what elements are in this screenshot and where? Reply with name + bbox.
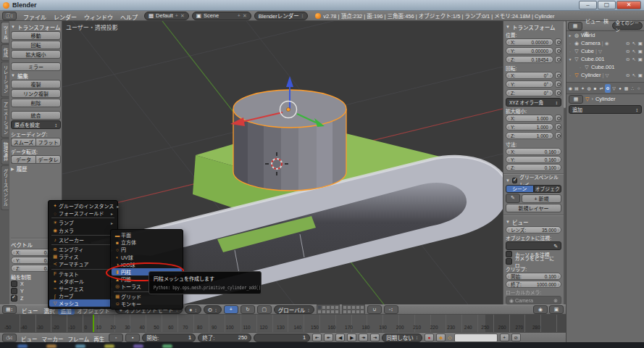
rotation-field[interactable]: Y:0° <box>506 80 553 88</box>
scale-field[interactable]: X:1.000 <box>506 115 553 122</box>
editor-type-timeline-button[interactable]: ◷↕ <box>2 334 17 342</box>
mesh-menu-item[interactable]: ▬ 平面 <box>112 231 182 239</box>
snap-element-dropdown[interactable]: ▫↕ <box>384 305 398 314</box>
scale-field[interactable]: Y:1.000 <box>506 123 553 130</box>
disclosure-icon[interactable]: · <box>578 65 582 70</box>
lock-icon[interactable] <box>555 80 561 88</box>
tool-shelf-tab[interactable]: アニメーション <box>1 98 9 138</box>
location-field[interactable]: X:0.00000 <box>506 38 553 46</box>
view3d-menu-item[interactable]: 追加 <box>58 308 75 315</box>
close-button[interactable]: ✕ <box>616 1 641 9</box>
insert-keyframe-button[interactable]: + <box>500 334 509 341</box>
view3d-menu-item[interactable]: ビュー <box>19 308 41 315</box>
properties-tab[interactable]: ▽ <box>611 84 617 93</box>
mesh-menu-item[interactable]: ○ 円 <box>112 246 182 253</box>
manipulator-rotate-button[interactable]: ↻ <box>241 305 255 314</box>
timeline-range-toggle[interactable]: ▫ <box>109 334 123 342</box>
taskbar-icon[interactable] <box>17 344 28 348</box>
panel-header-transform[interactable]: ▼トランスフォーム <box>11 23 61 30</box>
lock-icon[interactable] <box>555 72 561 79</box>
delete-layout-icon[interactable]: ✕ <box>180 13 185 19</box>
editor-type-view3d-button[interactable]: ▦↕ <box>2 305 17 314</box>
mirror-button[interactable]: ミラー <box>11 62 61 71</box>
renderable-icon[interactable]: ▣ <box>638 72 643 78</box>
editor-type-outliner-button[interactable]: ▦ <box>568 22 582 30</box>
properties-tab[interactable]: ⇄ <box>598 84 605 93</box>
disclosure-icon[interactable]: · <box>568 41 572 46</box>
add-menu-item[interactable]: ▽ メッシュ ▸ <box>49 299 117 307</box>
outliner-row[interactable]: · ▽ Cube | ▽ ⊙ ↖ ▣ <box>566 47 644 55</box>
dimension-field[interactable]: X:0.160 <box>506 148 561 155</box>
topbar-menu-item[interactable]: ヘルプ <box>117 14 141 21</box>
delete-keyframe-button[interactable]: ⊘ <box>511 334 521 341</box>
minimize-button[interactable]: – <box>579 1 597 9</box>
taskbar-icon[interactable] <box>133 344 143 348</box>
add-modifier-dropdown[interactable]: 追加↕ <box>569 105 642 114</box>
renderable-icon[interactable]: ▣ <box>638 57 643 62</box>
add-layout-icon[interactable]: + <box>175 13 178 18</box>
rotation-field[interactable]: Z:0° <box>506 89 553 96</box>
transform-tool-button[interactable]: 拡大縮小 <box>11 50 61 59</box>
topbar-menu-item[interactable]: ファイル <box>20 14 50 21</box>
play-button[interactable]: ▶ <box>347 334 356 341</box>
add-menu-item[interactable]: ≈ サーフェス ▸ <box>49 285 117 292</box>
renderable-icon[interactable]: ▣ <box>638 49 643 54</box>
keying-set-field[interactable] <box>454 334 498 342</box>
add-menu-item[interactable]: ▦ ラティス ▸ <box>49 253 117 260</box>
lock-icon[interactable] <box>555 89 561 96</box>
transform-tool-button[interactable]: 回転 <box>11 41 61 49</box>
selectable-icon[interactable]: ↖ <box>632 57 635 62</box>
properties-tab[interactable]: ✶ <box>580 84 586 93</box>
renderable-icon[interactable]: ▣ <box>638 41 643 46</box>
orientation-dropdown[interactable]: グローバル↕ <box>274 305 314 314</box>
outliner-filter-dropdown[interactable]: 全てのシーン <box>612 22 643 30</box>
lock-icon[interactable] <box>555 47 561 54</box>
properties-tab[interactable]: ◉ <box>567 84 574 93</box>
properties-tab[interactable]: ▤ <box>574 84 580 93</box>
outliner-row[interactable]: · ◉ Camera | ◉ ⊙ ↖ ▣ <box>566 39 644 47</box>
taskbar-icon[interactable] <box>75 344 85 348</box>
view3d-menu-item[interactable]: 選択 <box>41 308 58 315</box>
lock-icon[interactable] <box>555 115 561 122</box>
record-button[interactable]: ● <box>425 334 434 341</box>
add-menu-item[interactable]: ∫ カーブ ▸ <box>49 292 117 299</box>
topbar-menu-item[interactable]: ウィンドウ <box>80 14 117 21</box>
editor-type-info-button[interactable]: ⓘ↕ <box>2 12 17 20</box>
add-menu-item[interactable]: ♪ スピーカー ▸ <box>49 236 117 244</box>
rotation-field[interactable]: X:0° <box>506 72 553 79</box>
eyedropper-icon[interactable]: ✎ <box>553 242 558 250</box>
properties-tab[interactable]: ▩ <box>623 84 630 93</box>
taskbar-icon[interactable] <box>104 344 114 348</box>
selectable-icon[interactable]: ↖ <box>632 41 635 46</box>
smooth-button[interactable]: スムーズ <box>11 138 35 146</box>
edit-tool-button[interactable]: 削除 <box>11 99 61 107</box>
checkbox[interactable] <box>11 295 17 302</box>
snap-magnet-button[interactable]: ∪ <box>367 305 382 314</box>
data-transfer-button[interactable]: データ <box>11 155 35 164</box>
location-field[interactable]: Z:0.18454 <box>506 56 553 63</box>
lock-icon[interactable] <box>555 132 561 139</box>
add-menu-item[interactable]: ⊕ エンプティ ▸ <box>49 246 117 253</box>
add-menu-item[interactable]: ● メタボール ▸ <box>49 278 117 285</box>
timeline-playhead[interactable] <box>93 315 94 332</box>
tool-shelf-tab[interactable]: ツール <box>1 22 9 44</box>
join-button[interactable]: 統合 <box>11 111 61 120</box>
jump-to-start-button[interactable]: ⇤ <box>312 334 322 341</box>
panel-header-edit[interactable]: ▼編集 <box>11 72 61 79</box>
add-menu-item[interactable]: ≺ アーマチュア ▸ <box>49 260 117 268</box>
prev-keyframe-button[interactable]: ↞ <box>324 334 333 341</box>
tool-shelf-tab[interactable]: 物理演算 <box>1 138 9 165</box>
properties-tab[interactable]: ○ <box>636 84 643 93</box>
tool-shelf-tab[interactable]: 作成 <box>1 44 9 61</box>
checkbox[interactable] <box>11 281 17 287</box>
timeline-ruler[interactable]: -50-40-30-20-100102030405060708090100110… <box>0 315 566 332</box>
add-menu-item[interactable]: ◌ フォースフィールド ▸ <box>49 210 117 217</box>
checkbox[interactable] <box>11 288 17 294</box>
disclosure-icon[interactable]: · <box>568 49 572 54</box>
outliner-row[interactable]: ▾ ▽ Cube.001 | ⊙ ↖ ▣ <box>566 55 644 63</box>
frame-start-field[interactable]: 開始:1 <box>142 334 196 342</box>
panel-header-history[interactable]: ▶履歴 <box>11 165 61 172</box>
add-menu-item[interactable]: ◉ カメラ ▸ <box>49 227 117 234</box>
pencil-icon[interactable]: ✎ <box>506 194 520 203</box>
screen-layout-selector[interactable]: ▦ Default + ✕ <box>144 12 189 20</box>
